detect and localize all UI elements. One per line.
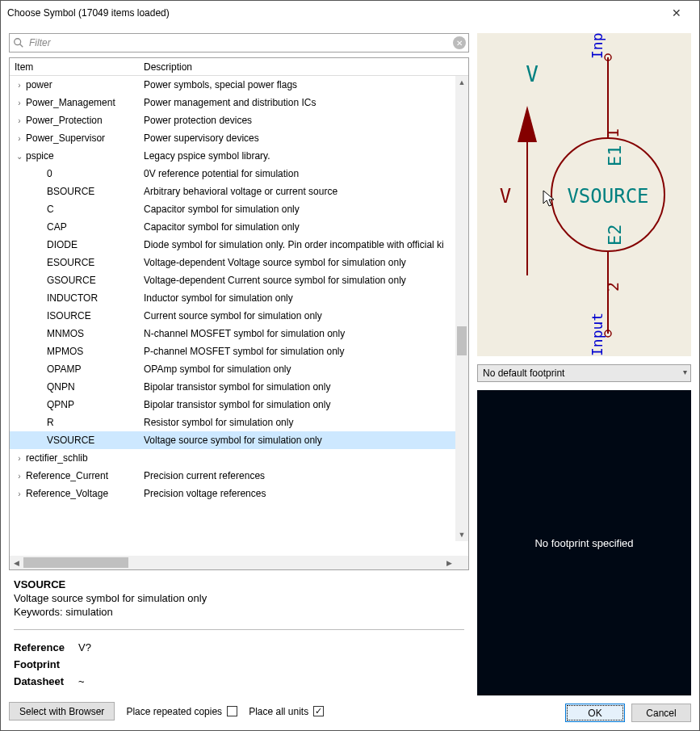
tree-item-label: VSOURCE	[47, 435, 94, 446]
expand-closed-icon[interactable]: ›	[13, 472, 26, 481]
tree-row[interactable]: ›Power_SupervisorPower supervisory devic…	[10, 129, 468, 147]
tree-row[interactable]: ›powerPower symbols, special power flags	[10, 76, 468, 94]
footprint-preview-text: No footprint specified	[534, 537, 633, 549]
detail-divider	[14, 629, 464, 630]
tree-row[interactable]: ›Reference_VoltagePrecision voltage refe…	[10, 485, 468, 502]
prop-footprint-value	[78, 658, 464, 670]
tree-row[interactable]: MNMOSN-channel MOSFET symbol for simulat…	[10, 325, 468, 342]
scroll-down-arrow-icon[interactable]: ▼	[455, 528, 468, 541]
scrollbar-thumb[interactable]	[457, 326, 467, 355]
tree-row[interactable]: INDUCTORInductor symbol for simulation o…	[10, 289, 468, 307]
tree-row[interactable]: ›Power_ManagementPower management and di…	[10, 94, 468, 111]
dialog-buttons: OK Cancel	[477, 704, 691, 722]
scroll-left-arrow-icon[interactable]: ◀	[10, 556, 23, 569]
tree-item-label: Power_Protection	[26, 115, 103, 126]
prop-reference-label: Reference	[14, 641, 78, 653]
svg-text:2: 2	[603, 282, 622, 292]
place-all-units-label: Place all units	[249, 706, 308, 717]
close-button[interactable]: ✕	[660, 2, 693, 24]
checkbox-icon[interactable]	[227, 706, 237, 716]
footprint-dropdown-label: No default footprint	[483, 368, 564, 379]
prop-datasheet-label: Datasheet	[14, 675, 78, 687]
tree-item-description: Inductor symbol for simulation only	[139, 292, 468, 304]
svg-text:Input: Input	[589, 313, 606, 356]
expand-closed-icon[interactable]: ›	[13, 454, 26, 463]
clear-icon: ✕	[456, 39, 463, 48]
footprint-dropdown[interactable]: No default footprint ▾	[477, 364, 691, 382]
tree-row[interactable]: RResistor symbol for simulation only	[10, 414, 468, 431]
tree-row[interactable]: DIODEDiode symbol for simulation only. P…	[10, 236, 468, 254]
expand-closed-icon[interactable]: ›	[13, 134, 26, 143]
column-header-description[interactable]: Description	[139, 61, 455, 73]
tree-row[interactable]: ›Reference_CurrentPrecision current refe…	[10, 467, 468, 485]
svg-point-0	[15, 39, 21, 45]
place-repeated-label: Place repeated copies	[126, 706, 222, 717]
expand-closed-icon[interactable]: ›	[13, 81, 26, 90]
search-icon	[13, 37, 24, 48]
expand-open-icon[interactable]: ⌄	[13, 152, 26, 161]
horizontal-scrollbar[interactable]: ◀ ▶	[10, 556, 468, 569]
detail-title: VSOURCE	[14, 578, 464, 590]
tree-row[interactable]: MPMOSP-channel MOSFET symbol for simulat…	[10, 342, 468, 360]
tree-row[interactable]: QNPNBipolar transistor symbol for simula…	[10, 378, 468, 396]
tree-item-label: Power_Management	[26, 97, 115, 108]
checkbox-checked-icon[interactable]	[313, 706, 324, 716]
tree-item-description: OPAmp symbol for simulation only	[139, 363, 468, 375]
expand-closed-icon[interactable]: ›	[13, 99, 26, 107]
tree-item-label: pspice	[26, 150, 54, 162]
symbol-graphic: Input 1 VSOURCE E1 E2 2 Input V V	[477, 33, 691, 356]
place-repeated-checkbox[interactable]: Place repeated copies	[126, 706, 237, 717]
tree-row[interactable]: ›Power_ProtectionPower protection device…	[10, 111, 468, 129]
select-with-browser-button[interactable]: Select with Browser	[9, 702, 115, 720]
tree-item-label: GSOURCE	[47, 275, 96, 286]
ok-button[interactable]: OK	[565, 704, 625, 722]
filter-input[interactable]	[9, 33, 469, 53]
tree-item-description: Precision voltage references	[139, 488, 468, 499]
tree-item-description: P-channel MOSFET symbol for simulation o…	[139, 346, 468, 357]
tree-row[interactable]: ESOURCEVoltage-dependent Voltage source …	[10, 254, 468, 271]
prop-datasheet-value: ~	[78, 675, 464, 687]
tree-item-label: INDUCTOR	[47, 292, 98, 304]
tree-row[interactable]: OPAMPOPAmp symbol for simulation only	[10, 360, 468, 378]
tree-row[interactable]: ISOURCECurrent source symbol for simulat…	[10, 307, 468, 325]
tree-item-label: MPMOS	[47, 346, 83, 357]
tree-item-label: R	[47, 417, 54, 428]
tree-row[interactable]: QPNPBipolar transistor symbol for simula…	[10, 396, 468, 414]
svg-text:E2: E2	[605, 225, 625, 246]
scroll-up-arrow-icon[interactable]: ▲	[455, 76, 468, 89]
titlebar: Choose Symbol (17049 items loaded) ✕	[1, 1, 699, 25]
tree-row[interactable]: BSOURCEArbitrary behavioral voltage or c…	[10, 183, 468, 200]
tree-row[interactable]: CAPCapacitor symbol for simulation only	[10, 218, 468, 236]
svg-marker-15	[518, 106, 537, 142]
tree-item-description: Voltage-dependent Voltage source symbol …	[139, 257, 468, 268]
column-header-item[interactable]: Item	[10, 61, 139, 73]
detail-properties: Reference V? Footprint Datasheet ~	[14, 641, 464, 687]
footprint-preview[interactable]: No footprint specified	[477, 390, 691, 695]
tree-row[interactable]: GSOURCEVoltage-dependent Current source …	[10, 271, 468, 289]
scroll-right-arrow-icon[interactable]: ▶	[442, 556, 455, 569]
hscrollbar-thumb[interactable]	[23, 557, 128, 568]
tree-item-description: Power management and distribution ICs	[139, 97, 468, 108]
tree-item-label: MNMOS	[47, 328, 84, 339]
vertical-scrollbar[interactable]: ▲ ▼	[455, 76, 468, 541]
tree-item-description: Bipolar transistor symbol for simulation…	[139, 399, 468, 410]
tree-row[interactable]: VSOURCEVoltage source symbol for simulat…	[10, 431, 468, 449]
filter-clear-button[interactable]: ✕	[453, 36, 466, 49]
tree-item-description: Precision current references	[139, 470, 468, 481]
tree-row[interactable]: 00V reference potential for simulation	[10, 165, 468, 183]
tree-item-description: Power supervisory devices	[139, 132, 468, 144]
symbol-preview[interactable]: Input 1 VSOURCE E1 E2 2 Input V V	[477, 33, 691, 356]
tree-item-description: Diode symbol for simulation only. Pin or…	[139, 239, 468, 250]
tree-row[interactable]: CCapacitor symbol for simulation only	[10, 200, 468, 218]
expand-closed-icon[interactable]: ›	[13, 116, 26, 125]
place-all-units-checkbox[interactable]: Place all units	[249, 706, 324, 717]
cancel-button[interactable]: Cancel	[631, 704, 691, 722]
tree-row[interactable]: ›rectifier_schlib	[10, 449, 468, 467]
tree-item-label: OPAMP	[47, 363, 81, 375]
expand-closed-icon[interactable]: ›	[13, 489, 26, 498]
tree-row[interactable]: ⌄pspiceLegacy pspice symbol library.	[10, 147, 468, 165]
svg-text:V: V	[526, 62, 539, 86]
window-title: Choose Symbol (17049 items loaded)	[7, 7, 660, 19]
tree-item-description: Power symbols, special power flags	[139, 79, 468, 90]
tree-item-label: Power_Supervisor	[26, 132, 105, 144]
